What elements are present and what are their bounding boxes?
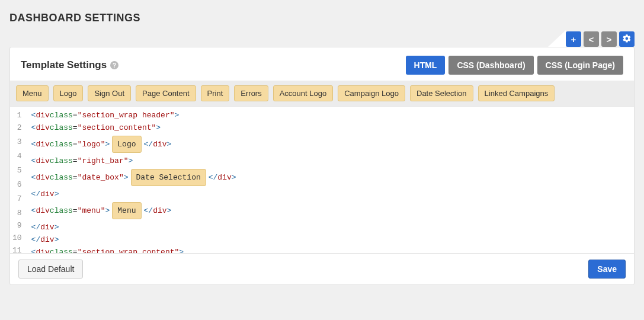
prev-button[interactable]: < xyxy=(584,31,599,47)
mode-tabs: HTML CSS (Dashboard) CSS (Login Page) xyxy=(406,56,623,75)
chevron-left-icon: < xyxy=(589,34,594,44)
token-date-selection[interactable]: Date Selection xyxy=(131,169,206,186)
snippet-menu[interactable]: Menu xyxy=(16,85,49,101)
token-logo[interactable]: Logo xyxy=(112,136,141,153)
tab-css-login[interactable]: CSS (Login Page) xyxy=(537,56,623,75)
code-area[interactable]: <div class="section_wrap header"> <div c… xyxy=(28,107,634,253)
save-button[interactable]: Save xyxy=(588,260,626,279)
code-editor[interactable]: 12345678910111213 <div class="section_wr… xyxy=(10,106,634,253)
token-menu[interactable]: Menu xyxy=(112,202,141,219)
load-default-button[interactable]: Load Default xyxy=(18,260,83,279)
snippet-page-content[interactable]: Page Content xyxy=(136,85,196,101)
snippet-bar: Menu Logo Sign Out Page Content Print Er… xyxy=(10,81,634,106)
help-icon[interactable]: ? xyxy=(110,61,118,69)
snippet-logo[interactable]: Logo xyxy=(53,85,84,101)
gear-icon xyxy=(622,34,632,45)
add-button[interactable]: + xyxy=(566,31,581,47)
top-toolbar: + < > xyxy=(0,30,644,47)
panel-footer: Load Default Save xyxy=(10,253,634,284)
next-button[interactable]: > xyxy=(601,31,617,47)
plus-icon: + xyxy=(571,34,576,44)
line-gutter: 12345678910111213 xyxy=(10,107,28,253)
panel-header: Template Settings ? HTML CSS (Dashboard)… xyxy=(10,47,634,81)
page-title: DASHBOARD SETTINGS xyxy=(0,0,644,30)
tab-css-dashboard[interactable]: CSS (Dashboard) xyxy=(448,56,533,75)
tab-html[interactable]: HTML xyxy=(406,56,446,75)
template-settings-panel: Template Settings ? HTML CSS (Dashboard)… xyxy=(9,47,635,285)
section-title-text: Template Settings xyxy=(21,59,107,71)
tab-notch xyxy=(548,30,566,47)
snippet-campaign-logo[interactable]: Campaign Logo xyxy=(338,85,405,101)
snippet-account-logo[interactable]: Account Logo xyxy=(273,85,334,101)
snippet-sign-out[interactable]: Sign Out xyxy=(88,85,131,101)
snippet-print[interactable]: Print xyxy=(201,85,230,101)
chevron-right-icon: > xyxy=(607,34,612,44)
snippet-date-selection[interactable]: Date Selection xyxy=(410,85,473,101)
snippet-linked-campaigns[interactable]: Linked Campaigns xyxy=(478,85,555,101)
settings-button[interactable] xyxy=(619,31,635,47)
section-title: Template Settings ? xyxy=(21,59,118,71)
snippet-errors[interactable]: Errors xyxy=(234,85,268,101)
